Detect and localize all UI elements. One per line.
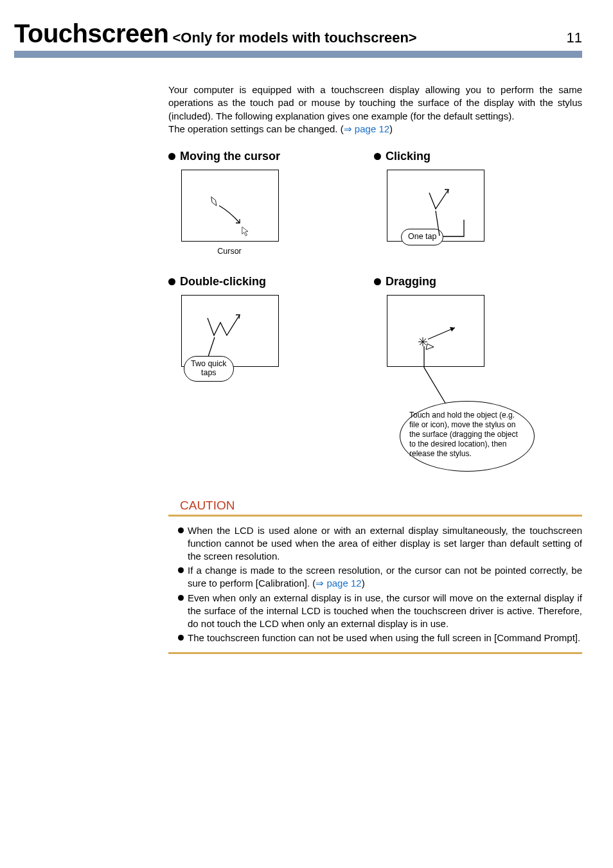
caution-list: When the LCD is used alone or with an ex… bbox=[168, 524, 582, 644]
bullet-icon bbox=[178, 567, 184, 573]
caption-cursor: Cursor bbox=[181, 247, 278, 256]
screen-click-wrap: One tap bbox=[387, 170, 502, 253]
page: Touchscreen <Only for models with touchs… bbox=[0, 0, 613, 680]
svg-marker-0 bbox=[209, 196, 218, 207]
page-number: 11 bbox=[567, 30, 582, 46]
section-title-clicking-text: Clicking bbox=[386, 150, 431, 163]
caution-item: When the LCD is used alone or with an ex… bbox=[168, 524, 582, 562]
section-title-dragging-text: Dragging bbox=[386, 275, 436, 288]
caution-item-prefix: If a change is made to the screen resolu… bbox=[188, 565, 582, 589]
section-title-moving-text: Moving the cursor bbox=[180, 150, 280, 163]
title-wrap: Touchscreen <Only for models with touchs… bbox=[14, 19, 417, 48]
section-title-moving: Moving the cursor bbox=[168, 150, 361, 163]
label-two-taps-l1: Two quick bbox=[191, 359, 227, 368]
section-title-double: Double-clicking bbox=[168, 275, 361, 288]
drag-icon bbox=[387, 296, 484, 366]
intro-text-2-suffix: ) bbox=[389, 123, 393, 134]
bullet-icon bbox=[178, 635, 184, 641]
section-title-dragging: Dragging bbox=[374, 275, 567, 288]
intro-link[interactable]: page 12 bbox=[355, 123, 389, 134]
page-title-sub: <Only for models with touchscreen> bbox=[173, 30, 417, 46]
caution-rule-top bbox=[168, 515, 582, 517]
caution-rule-bottom bbox=[168, 652, 582, 654]
moving-cursor-icon bbox=[182, 170, 278, 241]
label-one-tap: One tap bbox=[401, 229, 443, 245]
intro-paragraph: Your computer is equipped with a touchsc… bbox=[168, 84, 582, 136]
bullet-icon bbox=[168, 278, 175, 285]
caution-block: CAUTION When the LCD is used alone or wi… bbox=[168, 499, 582, 654]
bullet-icon bbox=[178, 595, 184, 601]
screen-drag-wrap: Touch and hold the object (e.g. file or … bbox=[387, 295, 580, 481]
section-moving-cursor: Moving the cursor Cursor bbox=[168, 150, 361, 256]
link-arrow-icon: ⇒ bbox=[344, 123, 355, 134]
header-row: Touchscreen <Only for models with touchs… bbox=[14, 19, 582, 48]
section-clicking: Clicking One tap bbox=[374, 150, 567, 256]
link-arrow-icon: ⇒ bbox=[315, 578, 326, 589]
diagram-grid: Moving the cursor Cursor bbox=[168, 150, 582, 481]
bullet-icon bbox=[374, 278, 381, 285]
section-dragging: Dragging bbox=[374, 275, 567, 481]
caution-heading: CAUTION bbox=[180, 499, 582, 513]
content-body: Your computer is equipped with a touchsc… bbox=[168, 84, 582, 654]
caution-item-text: If a change is made to the screen resolu… bbox=[188, 564, 582, 590]
caution-item-link[interactable]: page 12 bbox=[326, 578, 361, 589]
intro-text-2-prefix: The operation settings can be changed. ( bbox=[168, 123, 344, 134]
section-title-clicking: Clicking bbox=[374, 150, 567, 163]
caution-item-text: Even when only an external display is in… bbox=[188, 592, 582, 630]
caution-item-text: When the LCD is used alone or with an ex… bbox=[188, 524, 582, 562]
page-title-main: Touchscreen bbox=[14, 19, 169, 48]
label-two-taps: Two quick taps bbox=[184, 356, 234, 382]
caution-item: Even when only an external display is in… bbox=[168, 592, 582, 630]
accent-bar bbox=[14, 51, 582, 58]
caution-item-suffix: ) bbox=[362, 578, 365, 589]
bullet-icon bbox=[178, 527, 184, 533]
caution-item-text: The touchscreen function can not be used… bbox=[188, 632, 582, 644]
caution-item: The touchscreen function can not be used… bbox=[168, 632, 582, 644]
section-double-click: Double-clicking Two quick taps bbox=[168, 275, 361, 481]
section-title-double-text: Double-clicking bbox=[180, 275, 266, 288]
callout-dragging-text: Touch and hold the object (e.g. file or … bbox=[409, 411, 518, 458]
screen-dragging bbox=[387, 295, 484, 367]
label-one-tap-text: One tap bbox=[408, 232, 436, 241]
screen-moving bbox=[181, 170, 279, 242]
screen-double-wrap: Two quick taps bbox=[181, 295, 297, 391]
label-two-taps-l2: taps bbox=[201, 368, 217, 377]
callout-dragging: Touch and hold the object (e.g. file or … bbox=[400, 401, 535, 472]
caution-item: If a change is made to the screen resolu… bbox=[168, 564, 582, 590]
svg-marker-1 bbox=[242, 227, 248, 236]
intro-text-1: Your computer is equipped with a touchsc… bbox=[168, 84, 582, 121]
bullet-icon bbox=[374, 153, 381, 160]
bullet-icon bbox=[168, 153, 175, 160]
